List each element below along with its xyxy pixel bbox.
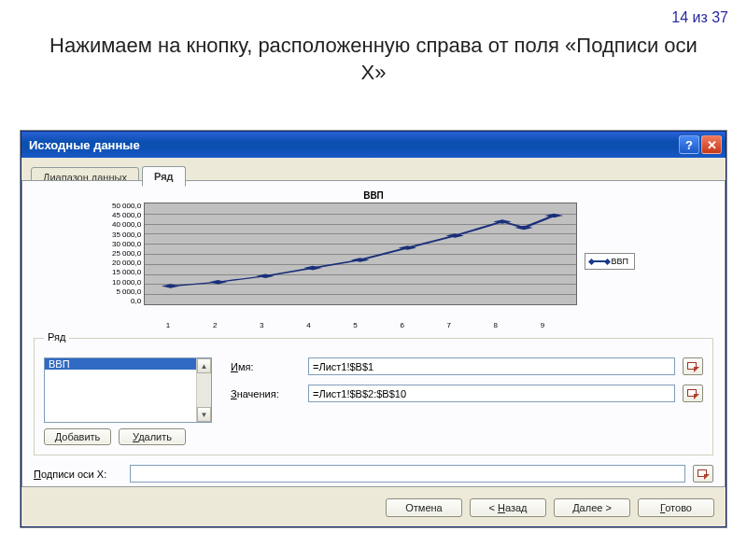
close-icon: ✕ — [707, 138, 717, 152]
dialog-title: Исходные данные — [29, 138, 677, 152]
page-counter: 14 из 37 — [671, 9, 728, 26]
svg-rect-8 — [514, 226, 533, 231]
plot-area — [144, 203, 576, 305]
name-label: Имя: — [231, 361, 301, 372]
chart-preview: ВВП 50 000,045 000,040 000,035 000,030 0… — [112, 190, 635, 330]
svg-rect-5 — [399, 245, 417, 250]
list-item[interactable]: ВВП — [45, 358, 211, 370]
xlabels-input[interactable] — [130, 465, 685, 483]
name-input[interactable] — [308, 357, 675, 375]
add-series-button[interactable]: Добавить — [44, 428, 111, 445]
scroll-down-icon[interactable]: ▼ — [197, 407, 211, 422]
svg-rect-9 — [545, 214, 564, 218]
scroll-up-icon[interactable]: ▲ — [197, 358, 211, 373]
collapse-dialog-icon — [687, 389, 698, 399]
remove-series-button[interactable]: Удалить — [119, 428, 186, 445]
tab-series[interactable]: Ряд — [142, 166, 186, 187]
next-button[interactable]: Далее > — [554, 498, 630, 517]
svg-rect-1 — [209, 280, 228, 285]
svg-rect-0 — [162, 284, 180, 288]
finish-button[interactable]: Готово — [638, 498, 714, 517]
series-fieldset-label: Ряд — [44, 331, 69, 343]
svg-rect-7 — [493, 219, 512, 224]
values-label: Значения: — [231, 388, 301, 399]
tab-page-series: ВВП 50 000,045 000,040 000,035 000,030 0… — [21, 180, 726, 487]
back-button[interactable]: < Назад — [470, 498, 546, 517]
instruction-text: Нажимаем на кнопку, расположенную справа… — [37, 33, 710, 86]
series-fieldset: Ряд ВВП ▲ ▼ Добавить Удалить — [34, 338, 713, 455]
svg-rect-6 — [446, 233, 465, 238]
y-axis-ticks: 50 000,045 000,040 000,035 000,030 000,0… — [112, 203, 144, 305]
chart-title: ВВП — [112, 190, 635, 201]
svg-rect-4 — [351, 258, 370, 262]
x-axis-ticks: 123456789 — [112, 321, 635, 329]
svg-rect-2 — [257, 273, 275, 278]
cancel-button[interactable]: Отмена — [386, 498, 462, 517]
help-button[interactable]: ? — [679, 135, 699, 154]
legend-swatch-icon — [591, 260, 608, 262]
source-data-dialog: Исходные данные ? ✕ Диапазон данных Ряд … — [21, 131, 726, 527]
name-ref-button[interactable] — [683, 357, 703, 375]
xlabels-label: Подписи оси X: — [34, 469, 122, 480]
svg-rect-3 — [303, 266, 322, 271]
scrollbar[interactable]: ▲ ▼ — [196, 358, 211, 422]
chart-markers — [145, 203, 575, 304]
series-listbox[interactable]: ВВП ▲ ▼ — [44, 357, 212, 423]
help-icon: ? — [685, 138, 693, 152]
collapse-dialog-icon — [687, 362, 698, 371]
values-ref-button[interactable] — [683, 385, 703, 402]
xlabels-ref-button[interactable] — [693, 465, 713, 483]
legend-label: ВВП — [612, 257, 628, 266]
collapse-dialog-icon — [698, 469, 709, 479]
values-input[interactable] — [308, 385, 675, 402]
dialog-button-row: Отмена < Назад Далее > Готово — [386, 498, 714, 517]
close-button[interactable]: ✕ — [701, 135, 722, 154]
chart-legend: ВВП — [585, 253, 635, 270]
titlebar: Исходные данные ? ✕ — [21, 132, 726, 158]
